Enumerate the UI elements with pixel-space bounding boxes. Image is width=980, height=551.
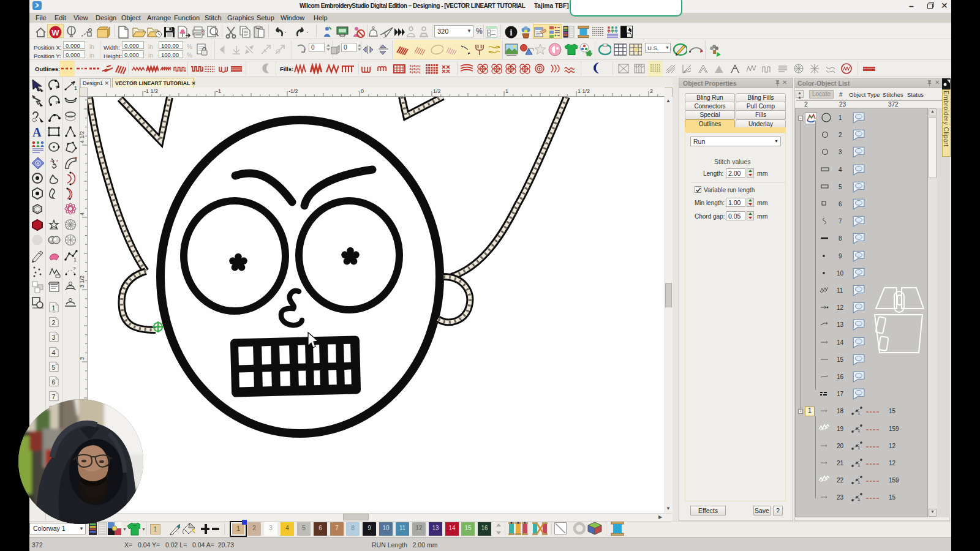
svg-text:2: 2 (52, 319, 56, 326)
svg-text:-1: -1 (216, 88, 221, 94)
svg-text:1: 1 (505, 88, 508, 94)
svg-text:1: 1 (858, 479, 861, 485)
svg-text:1: 1 (52, 304, 56, 312)
svg-text:0: 0 (361, 88, 364, 94)
svg-text:W: W (51, 28, 59, 37)
svg-text:1: 1 (858, 445, 861, 451)
svg-text:1: 1 (74, 257, 77, 263)
svg-text:1: 1 (858, 410, 861, 416)
svg-text:-1 1/2: -1 1/2 (144, 88, 158, 94)
svg-text:3: 3 (52, 334, 56, 341)
svg-text:4: 4 (80, 212, 85, 216)
svg-text:1/2: 1/2 (433, 88, 441, 94)
svg-text:3 1/2: 3 1/2 (80, 276, 85, 288)
svg-text:1: 1 (858, 462, 861, 468)
svg-text:-1/2: -1/2 (288, 88, 298, 94)
svg-text:4: 4 (52, 348, 56, 356)
svg-text:6: 6 (52, 378, 56, 386)
svg-text:1 1/2: 1 1/2 (578, 88, 590, 94)
svg-text:1: 1 (74, 85, 77, 91)
svg-text:1: 1 (858, 428, 861, 433)
svg-text:2: 2 (650, 88, 653, 94)
svg-text:5: 5 (52, 364, 56, 371)
svg-text:A: A (32, 126, 42, 139)
svg-text:1: 1 (858, 497, 861, 502)
svg-text:i: i (510, 28, 513, 37)
svg-text:3: 3 (80, 357, 85, 360)
svg-text:?: ? (73, 266, 76, 271)
svg-text:4 1/2: 4 1/2 (80, 131, 85, 143)
